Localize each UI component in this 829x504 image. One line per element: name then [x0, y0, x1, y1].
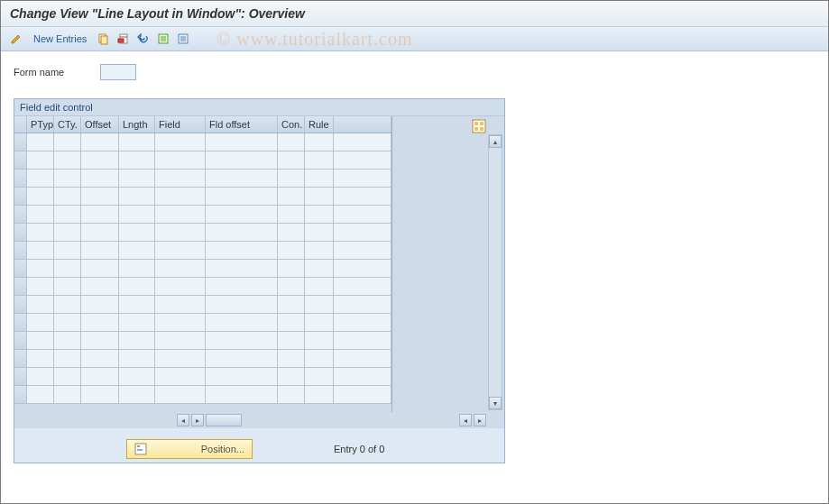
- cell[interactable]: [81, 206, 119, 224]
- cell[interactable]: [27, 170, 54, 188]
- cell[interactable]: [27, 332, 54, 350]
- table-row[interactable]: [14, 314, 391, 332]
- column-cty[interactable]: CTy.: [54, 116, 81, 133]
- cell[interactable]: [155, 206, 206, 224]
- table-row[interactable]: [14, 368, 391, 386]
- cell[interactable]: [81, 151, 119, 170]
- cell[interactable]: [119, 133, 155, 151]
- row-selector[interactable]: [14, 242, 27, 260]
- cell[interactable]: [305, 206, 334, 224]
- vertical-scrollbar[interactable]: ▴ ▾: [488, 134, 502, 410]
- scroll-left-end-icon[interactable]: ◂: [459, 414, 472, 426]
- cell[interactable]: [54, 332, 81, 350]
- cell[interactable]: [54, 314, 81, 332]
- cell[interactable]: [54, 278, 81, 296]
- cell[interactable]: [305, 332, 334, 350]
- cell[interactable]: [119, 278, 155, 296]
- cell[interactable]: [206, 188, 278, 206]
- cell[interactable]: [206, 278, 278, 296]
- cell[interactable]: [27, 206, 54, 224]
- cell[interactable]: [155, 260, 206, 278]
- cell[interactable]: [155, 296, 206, 314]
- cell[interactable]: [119, 350, 155, 368]
- cell[interactable]: [27, 224, 54, 242]
- cell[interactable]: [27, 188, 54, 206]
- cell[interactable]: [206, 296, 278, 314]
- select-all-icon[interactable]: [155, 31, 171, 47]
- cell[interactable]: [206, 332, 278, 350]
- cell[interactable]: [305, 260, 334, 278]
- new-entries-button[interactable]: New Entries: [33, 33, 87, 44]
- cell[interactable]: [334, 314, 391, 332]
- cell[interactable]: [54, 242, 81, 260]
- column-rule[interactable]: Rule: [305, 116, 334, 133]
- cell[interactable]: [81, 242, 119, 260]
- cell[interactable]: [81, 260, 119, 278]
- cell[interactable]: [27, 260, 54, 278]
- cell[interactable]: [334, 206, 391, 224]
- cell[interactable]: [27, 368, 54, 386]
- row-selector[interactable]: [14, 188, 27, 206]
- cell[interactable]: [278, 206, 305, 224]
- cell[interactable]: [155, 133, 206, 151]
- cell[interactable]: [278, 296, 305, 314]
- column-lngth[interactable]: Lngth: [119, 116, 155, 133]
- deselect-all-icon[interactable]: [175, 31, 191, 47]
- row-selector[interactable]: [14, 314, 27, 332]
- cell[interactable]: [155, 332, 206, 350]
- cell[interactable]: [278, 332, 305, 350]
- row-selector[interactable]: [14, 133, 27, 151]
- cell[interactable]: [155, 224, 206, 242]
- row-selector[interactable]: [14, 206, 27, 224]
- column-selector[interactable]: [14, 116, 27, 133]
- cell[interactable]: [278, 386, 305, 404]
- cell[interactable]: [278, 170, 305, 188]
- cell[interactable]: [334, 188, 391, 206]
- cell[interactable]: [305, 314, 334, 332]
- cell[interactable]: [155, 242, 206, 260]
- row-selector[interactable]: [14, 151, 27, 170]
- cell[interactable]: [27, 278, 54, 296]
- row-selector[interactable]: [14, 170, 27, 188]
- column-con[interactable]: Con.: [278, 116, 305, 133]
- cell[interactable]: [54, 188, 81, 206]
- cell[interactable]: [305, 170, 334, 188]
- cell[interactable]: [305, 368, 334, 386]
- cell[interactable]: [81, 332, 119, 350]
- cell[interactable]: [119, 170, 155, 188]
- cell[interactable]: [206, 151, 278, 170]
- table-row[interactable]: [14, 332, 391, 350]
- cell[interactable]: [206, 206, 278, 224]
- delete-icon[interactable]: [115, 31, 132, 47]
- cell[interactable]: [206, 314, 278, 332]
- row-selector[interactable]: [14, 296, 27, 314]
- cell[interactable]: [119, 296, 155, 314]
- position-button[interactable]: Position...: [126, 439, 253, 459]
- table-settings-icon[interactable]: [472, 119, 486, 133]
- cell[interactable]: [305, 350, 334, 368]
- cell[interactable]: [119, 151, 155, 170]
- cell[interactable]: [305, 224, 334, 242]
- cell[interactable]: [54, 296, 81, 314]
- cell[interactable]: [119, 314, 155, 332]
- cell[interactable]: [334, 350, 391, 368]
- row-selector[interactable]: [14, 260, 27, 278]
- cell[interactable]: [54, 133, 81, 151]
- cell[interactable]: [278, 242, 305, 260]
- cell[interactable]: [206, 170, 278, 188]
- table-row[interactable]: [14, 242, 391, 260]
- cell[interactable]: [278, 133, 305, 151]
- cell[interactable]: [278, 314, 305, 332]
- column-field[interactable]: Field: [155, 116, 206, 133]
- cell[interactable]: [278, 260, 305, 278]
- scroll-right-icon[interactable]: ▸: [191, 414, 204, 426]
- table-row[interactable]: [14, 188, 391, 206]
- column-fldoffset[interactable]: Fld offset: [206, 116, 278, 133]
- table-row[interactable]: [14, 206, 391, 224]
- cell[interactable]: [305, 296, 334, 314]
- table-row[interactable]: [14, 151, 391, 170]
- cell[interactable]: [334, 133, 391, 151]
- cell[interactable]: [81, 314, 119, 332]
- cell[interactable]: [81, 188, 119, 206]
- scroll-thumb[interactable]: [206, 414, 242, 426]
